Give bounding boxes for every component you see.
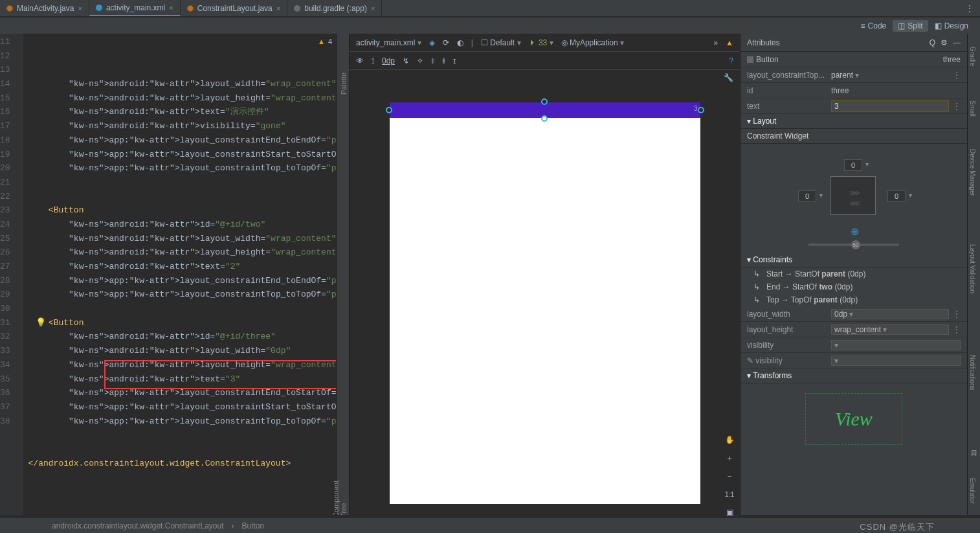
pan-icon[interactable]: ✋ xyxy=(722,433,737,447)
pack-icon[interactable]: ⫵ xyxy=(442,56,445,65)
editor-tabs: MainActivity.java × activity_main.xml × … xyxy=(0,0,980,17)
resize-handle[interactable] xyxy=(541,98,548,105)
layers-icon[interactable]: ◈ xyxy=(429,38,435,47)
attr-visibility[interactable]: visibility xyxy=(741,337,967,353)
xml-file-icon xyxy=(96,5,102,11)
more-icon[interactable]: ⋮ xyxy=(953,102,961,111)
view-mode-split[interactable]: ◫ Split xyxy=(893,20,928,32)
margin-top[interactable]: 0 xyxy=(844,159,862,171)
tool-window-tab[interactable]: Device Manager xyxy=(969,149,976,196)
tool-window-tab[interactable]: Gradle xyxy=(969,47,976,66)
magic-wand-icon[interactable]: ✧ xyxy=(417,56,423,65)
attr-row-constraint-top[interactable]: layout_constraintTop... parent ⋮ xyxy=(741,67,967,83)
constraint-line[interactable]: ↳Start → StartOf parent (0dp) xyxy=(741,267,967,280)
code-content[interactable]: "kw-ns">android:"kw-attr">layout_width="… xyxy=(23,34,349,515)
breadcrumb-path[interactable]: androidx.constraintlayout.widget.Constra… xyxy=(52,521,224,530)
orientation-icon[interactable]: ⟳ xyxy=(443,38,449,47)
more-icon[interactable]: ⋮ xyxy=(953,310,961,319)
night-mode-icon[interactable]: ◐ xyxy=(457,38,463,47)
bias-slider[interactable]: 50 xyxy=(808,244,899,246)
theme-dropdown[interactable]: ◎ MyApplication xyxy=(561,38,624,47)
design-canvas[interactable]: 🔧 3 ✋ ＋ － 1:1 ▣ xyxy=(350,70,740,515)
tool-window-tab[interactable]: Emulator xyxy=(969,478,976,504)
view-mode-code[interactable]: ≡ Code xyxy=(856,20,892,32)
zero-dp-button[interactable]: 0dp xyxy=(382,56,395,65)
expand-icon[interactable]: » xyxy=(713,38,718,47)
attr-row-id[interactable]: id three xyxy=(741,83,967,98)
component-tree-tab[interactable]: Component Tree xyxy=(332,481,348,515)
tab-label: MainActivity.java xyxy=(17,4,74,13)
zoom-out-icon[interactable]: － xyxy=(722,469,737,483)
minimize-icon[interactable]: — xyxy=(953,38,961,47)
tool-window-tab[interactable]: Layout Validation xyxy=(969,244,976,293)
api-dropdown[interactable]: 🞂 33 xyxy=(529,38,553,47)
attr-row-text[interactable]: text 3 ⋮ xyxy=(741,98,967,114)
view-mode-design[interactable]: ◧ Design xyxy=(930,20,974,32)
close-icon[interactable]: × xyxy=(371,5,375,12)
line-number-gutter: 1112131415161718192021222324252627282930… xyxy=(0,34,23,515)
constraint-widget-box[interactable]: ⋙ ⋘ xyxy=(830,176,876,215)
tab-label: build.gradle (:app) xyxy=(304,4,367,13)
split-icon: ◫ xyxy=(898,21,905,30)
tool-window-tab[interactable]: Small xyxy=(969,100,976,117)
device-dropdown[interactable]: ☐ Default xyxy=(481,38,521,47)
design-file-dropdown[interactable]: activity_main.xml xyxy=(356,38,421,47)
attr-tools-visibility[interactable]: ✎ visibility xyxy=(741,353,967,369)
clear-constraints-icon[interactable]: ↯ xyxy=(403,56,409,65)
overflow-menu-icon[interactable]: ⋮ xyxy=(959,0,980,16)
tab-constraint-layout-java[interactable]: ConstraintLayout.java × xyxy=(181,0,288,16)
attr-value-input[interactable]: 3 xyxy=(831,100,949,112)
tab-activity-main-xml[interactable]: activity_main.xml × xyxy=(89,0,181,16)
button-component-icon xyxy=(747,56,753,63)
editor-side-rail: Palette Component Tree xyxy=(336,34,349,515)
eye-icon[interactable]: 👁 xyxy=(356,56,364,65)
palette-tab[interactable]: Palette xyxy=(340,73,348,95)
right-tool-rail: GradleSmallDevice ManagerLayout Validati… xyxy=(967,34,980,515)
guideline-icon[interactable]: ɪ xyxy=(453,56,456,65)
section-layout[interactable]: ▾ Layout xyxy=(741,114,967,129)
breadcrumb-leaf[interactable]: Button xyxy=(242,521,265,530)
design-toolbar: activity_main.xml ◈ ⟳ ◐ | ☐ Default 🞂 33… xyxy=(350,34,740,52)
code-editor-pane: ▲ 4 ˄ ˅ 11121314151617181920212223242526… xyxy=(0,34,350,515)
align-icon[interactable]: ⫴ xyxy=(431,56,434,65)
constraint-line[interactable]: ↳End → StartOf two (0dp) xyxy=(741,280,967,293)
attributes-title: Attributes xyxy=(747,38,780,47)
resize-handle[interactable] xyxy=(698,107,704,113)
tab-main-activity[interactable]: MainActivity.java × xyxy=(0,0,89,16)
constraint-arrow-icon: ↳ xyxy=(753,269,763,278)
resize-handle[interactable] xyxy=(386,107,392,113)
design-toolbar-secondary: 👁 ⟟ 0dp ↯ ✧ ⫴ ⫵ ɪ ? xyxy=(350,52,740,70)
attr-value[interactable]: parent xyxy=(831,71,949,80)
margin-left[interactable]: 0 xyxy=(798,190,816,202)
margin-right[interactable]: 0 xyxy=(887,190,906,202)
section-transforms[interactable]: ▾ Transforms xyxy=(741,369,967,383)
attr-layout-height[interactable]: layout_height wrap_content ⋮ xyxy=(741,322,967,337)
tab-label: activity_main.xml xyxy=(106,3,165,12)
add-constraint-icon[interactable]: ⊕ xyxy=(851,225,859,238)
layout-canvas-area[interactable] xyxy=(390,118,700,504)
warning-icon[interactable]: ▲ xyxy=(726,38,733,47)
help-icon[interactable]: ? xyxy=(729,56,733,65)
wrench-icon[interactable]: 🔧 xyxy=(724,73,733,82)
zoom-in-icon[interactable]: ＋ xyxy=(722,451,737,465)
search-icon[interactable]: Q xyxy=(930,38,935,47)
attr-value[interactable]: three xyxy=(831,86,961,95)
constraint-widget[interactable]: ⋙ ⋘ 0 ▾ 0 ▾ 0 ▾ ⊕ 50 xyxy=(741,144,967,253)
more-icon[interactable]: ⋮ xyxy=(953,71,961,80)
device-frame[interactable]: 3 xyxy=(390,102,700,504)
code-area[interactable]: 1112131415161718192021222324252627282930… xyxy=(0,34,349,515)
zoom-one-to-one[interactable]: 1:1 xyxy=(722,487,737,501)
close-icon[interactable]: × xyxy=(276,5,280,12)
gear-icon[interactable]: ⚙ xyxy=(941,38,948,47)
close-icon[interactable]: × xyxy=(169,4,173,12)
magnet-icon[interactable]: ⟟ xyxy=(372,56,374,65)
tab-build-gradle[interactable]: build.gradle (:app) × xyxy=(287,0,382,16)
tool-window-tab[interactable]: Notifications xyxy=(969,355,976,390)
resize-handle[interactable] xyxy=(541,115,548,122)
close-icon[interactable]: × xyxy=(78,5,82,12)
section-constraints[interactable]: ▾ Constraints xyxy=(741,253,967,267)
attr-layout-width[interactable]: layout_width 0dp ⋮ xyxy=(741,306,967,322)
more-icon[interactable]: ⋮ xyxy=(953,325,961,334)
constraint-line[interactable]: ↳Top → TopOf parent (0dp) xyxy=(741,293,967,306)
selected-button-view[interactable]: 3 xyxy=(390,102,700,118)
